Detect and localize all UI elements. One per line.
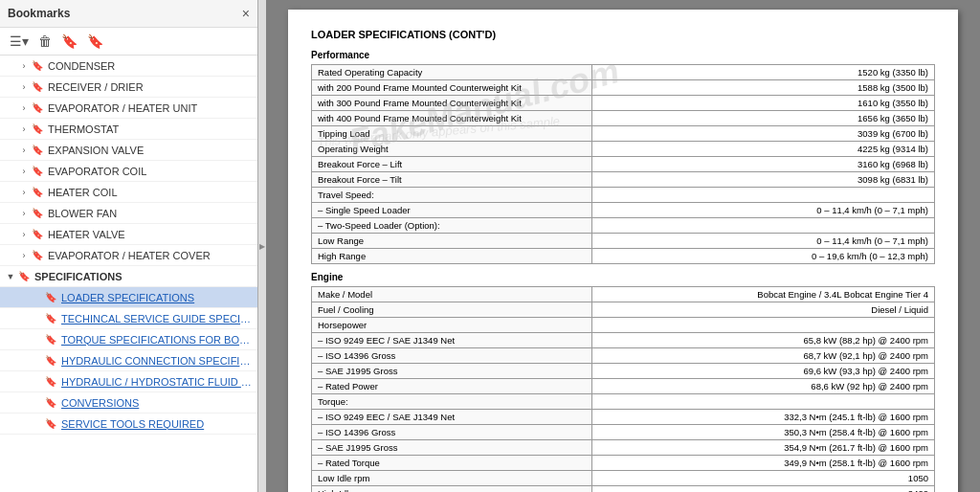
- cell-label: – ISO 14396 Gross: [312, 425, 592, 440]
- expand-icon-evaporator-coil: ›: [17, 165, 31, 178]
- bookmark-label-specifications: SPECIFICATIONS: [34, 271, 254, 282]
- table-row: – ISO 14396 Gross68,7 kW (92,1 hp) @ 240…: [312, 348, 935, 364]
- expand-icon-blower-fan: ›: [17, 207, 31, 220]
- expand-icon-thermostat: ›: [17, 123, 31, 136]
- bookmark-label-receiver-drier: RECEIVER / DRIER: [48, 81, 254, 93]
- cell-label: Travel Speed:: [312, 188, 592, 203]
- cell-value: 0 – 11,4 km/h (0 – 7,1 mph): [591, 234, 934, 249]
- expand-icon-heater-valve: ›: [17, 228, 31, 241]
- bookmark-list-button[interactable]: 🔖: [85, 32, 105, 51]
- table-row: – ISO 14396 Gross350,3 N•m (258.4 ft-lb)…: [312, 425, 935, 440]
- cell-value: 1520 kg (3350 lb): [591, 65, 934, 80]
- bookmark-icon-technical-service: 🔖: [44, 312, 57, 325]
- cell-label: with 400 Pound Frame Mounted Counterweig…: [312, 111, 592, 126]
- bookmark-item-technical-service[interactable]: 🔖TECHINCAL SERVICE GUIDE SPECIFICATIONS: [0, 308, 257, 329]
- bookmark-item-loader-specifications[interactable]: 🔖LOADER SPECIFICATIONS: [0, 287, 257, 308]
- cell-value: 1050: [591, 471, 934, 486]
- menu-icon-button[interactable]: ☰▾: [8, 32, 31, 51]
- bookmark-icon-thermostat: 🔖: [31, 123, 44, 136]
- bookmark-item-service-tools[interactable]: 🔖SERVICE TOOLS REQUIRED: [0, 414, 257, 435]
- table-row: – SAE J1995 Gross354,9 N•m (261.7 ft-lb)…: [312, 440, 935, 456]
- cell-label: – ISO 9249 EEC / SAE J1349 Net: [312, 410, 592, 425]
- cell-value: 3039 kg (6700 lb): [591, 126, 934, 142]
- bookmark-item-expansion-valve[interactable]: ›🔖EXPANSION VALVE: [0, 140, 257, 161]
- expand-icon-receiver-drier: ›: [17, 80, 31, 94]
- bookmark-item-conversions[interactable]: 🔖CONVERSIONS: [0, 392, 257, 414]
- table-row: Fuel / CoolingDiesel / Liquid: [312, 302, 935, 318]
- bookmark-icon-loader-specifications: 🔖: [44, 291, 57, 304]
- cell-value: Bobcat Engine / 3.4L Bobcat Engine Tier …: [591, 287, 934, 302]
- bookmark-item-hydraulic-connection[interactable]: 🔖HYDRAULIC CONNECTION SPECIFICATIONS: [0, 350, 257, 371]
- cell-label: Torque:: [312, 394, 592, 410]
- cell-label: – Rated Torque: [312, 456, 592, 471]
- delete-button[interactable]: 🗑: [36, 32, 54, 51]
- expand-icon-technical-service: [31, 312, 44, 325]
- table-row: – Two-Speed Loader (Option):: [312, 218, 935, 234]
- bookmark-icon-torque-specs: 🔖: [44, 333, 57, 347]
- close-button[interactable]: ×: [242, 6, 250, 21]
- bookmark-item-thermostat[interactable]: ›🔖THERMOSTAT: [0, 119, 257, 140]
- bookmark-icon-condenser: 🔖: [31, 59, 44, 73]
- cell-label: Tipping Load: [312, 126, 592, 142]
- cell-value: 1656 kg (3650 lb): [591, 111, 934, 126]
- cell-value: 0 – 19,6 km/h (0 – 12,3 mph): [591, 249, 934, 264]
- cell-value: 1588 kg (3500 lb): [591, 80, 934, 96]
- document-panel: FakeManual.com This watermark only appea…: [266, 0, 980, 492]
- cell-label: Fuel / Cooling: [312, 302, 592, 318]
- bookmark-icon-expansion-valve: 🔖: [31, 144, 44, 157]
- bookmark-item-evaporator-coil[interactable]: ›🔖EVAPORATOR COIL: [0, 161, 257, 182]
- bookmark-item-blower-fan[interactable]: ›🔖BLOWER FAN: [0, 203, 257, 224]
- bookmark-label-torque-specs: TORQUE SPECIFICATIONS FOR BOLTS: [61, 334, 254, 346]
- bookmark-icon-receiver-drier: 🔖: [31, 80, 44, 94]
- expand-icon-condenser: ›: [17, 59, 31, 73]
- table-row: Torque:: [312, 394, 935, 410]
- bookmark-item-condenser[interactable]: ›🔖CONDENSER: [0, 56, 257, 77]
- table-row: Tipping Load3039 kg (6700 lb): [312, 126, 935, 142]
- cell-value: 3160 kg (6968 lb): [591, 157, 934, 172]
- cell-value: [591, 188, 934, 203]
- bookmark-icon-heater-valve: 🔖: [31, 228, 44, 241]
- expand-icon-conversions: [31, 396, 44, 410]
- expand-icon-hydraulic-hydrostatic: [31, 375, 44, 389]
- bookmark-label-conversions: CONVERSIONS: [61, 397, 254, 409]
- bookmark-item-hydraulic-hydrostatic[interactable]: 🔖HYDRAULIC / HYDROSTATIC FLUID SPECIFICA…: [0, 371, 257, 392]
- bookmark-item-receiver-drier[interactable]: ›🔖RECEIVER / DRIER: [0, 77, 257, 98]
- table-row: Operating Weight4225 kg (9314 lb): [312, 142, 935, 157]
- cell-label: – SAE J1995 Gross: [312, 364, 592, 379]
- expand-icon-expansion-valve: ›: [17, 144, 31, 157]
- cell-label: Low Idle rpm: [312, 471, 592, 486]
- bookmark-item-heater-valve[interactable]: ›🔖HEATER VALVE: [0, 224, 257, 245]
- doc-title: LOADER SPECIFICATIONS (CONT'D): [311, 29, 935, 40]
- bookmark-icon-blower-fan: 🔖: [31, 207, 44, 220]
- bookmarks-list: ›🔖CONDENSER›🔖RECEIVER / DRIER›🔖EVAPORATO…: [0, 56, 257, 492]
- expand-icon-loader-specifications: [31, 291, 44, 304]
- cell-label: – Single Speed Loader: [312, 203, 592, 218]
- table-row: Rated Operating Capacity1520 kg (3350 lb…: [312, 65, 935, 80]
- cell-value: 332,3 N•m (245.1 ft-lb) @ 1600 rpm: [591, 410, 934, 425]
- toolbar-row: ☰▾ 🗑 🔖 🔖: [0, 28, 257, 56]
- bookmark-add-button[interactable]: 🔖: [59, 32, 79, 51]
- cell-label: – ISO 9249 EEC / SAE J1349 Net: [312, 333, 592, 348]
- cell-label: Breakout Force – Lift: [312, 157, 592, 172]
- bookmark-icon-service-tools: 🔖: [44, 417, 57, 431]
- bookmark-label-service-tools: SERVICE TOOLS REQUIRED: [61, 418, 254, 430]
- bookmark-label-thermostat: THERMOSTAT: [48, 123, 254, 135]
- table-row: – Single Speed Loader0 – 11,4 km/h (0 – …: [312, 203, 935, 218]
- bookmark-item-heater-coil[interactable]: ›🔖HEATER COIL: [0, 182, 257, 203]
- bookmark-label-hydraulic-hydrostatic: HYDRAULIC / HYDROSTATIC FLUID SPECIFICAT…: [61, 376, 254, 388]
- table-row: with 300 Pound Frame Mounted Counterweig…: [312, 96, 935, 111]
- bookmark-label-blower-fan: BLOWER FAN: [48, 208, 254, 219]
- bookmark-item-torque-specs[interactable]: 🔖TORQUE SPECIFICATIONS FOR BOLTS: [0, 329, 257, 350]
- engine-table: Make / ModelBobcat Engine / 3.4L Bobcat …: [311, 286, 935, 492]
- cell-value: 3098 kg (6831 lb): [591, 172, 934, 188]
- cell-value: 68,7 kW (92,1 hp) @ 2400 rpm: [591, 348, 934, 364]
- bookmark-item-specifications[interactable]: ▼🔖SPECIFICATIONS: [0, 266, 257, 287]
- bookmarks-title: Bookmarks: [8, 7, 70, 20]
- bookmarks-panel: Bookmarks × ☰▾ 🗑 🔖 🔖 ›🔖CONDENSER›🔖RECEIV…: [0, 0, 258, 492]
- cell-label: Rated Operating Capacity: [312, 65, 592, 80]
- bookmark-icon-evaporator-coil: 🔖: [31, 165, 44, 178]
- panel-resize-handle[interactable]: [258, 0, 266, 492]
- cell-value: [591, 318, 934, 333]
- bookmark-item-evaporator-heater-cover[interactable]: ›🔖EVAPORATOR / HEATER COVER: [0, 245, 257, 266]
- bookmark-item-evaporator-heater-unit[interactable]: ›🔖EVAPORATOR / HEATER UNIT: [0, 98, 257, 119]
